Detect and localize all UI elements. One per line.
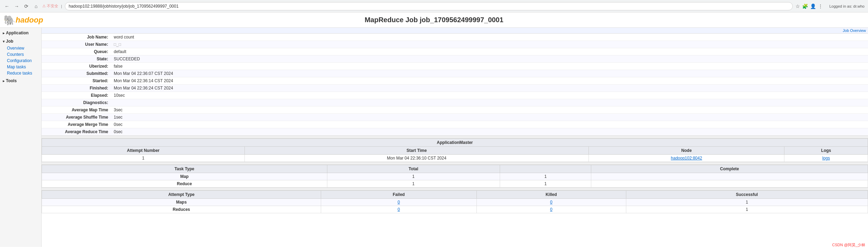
attempt-number: 1 bbox=[42, 155, 245, 162]
field-value: false bbox=[111, 63, 868, 70]
table-row: Map 1 1 bbox=[42, 173, 868, 180]
field-label: Started: bbox=[42, 77, 111, 85]
reduces-failed[interactable]: 0 bbox=[321, 206, 476, 213]
node-link[interactable]: hadoop102:8042 bbox=[588, 155, 784, 162]
reduces-successful: 1 bbox=[626, 206, 868, 213]
content-area: Job Overview Job Name: word count User N… bbox=[42, 28, 868, 247]
maps-killed[interactable]: 0 bbox=[476, 199, 626, 206]
col-complete: Complete bbox=[591, 165, 868, 173]
sidebar-item-reduce-tasks[interactable]: Reduce tasks bbox=[0, 70, 41, 76]
node-url[interactable]: hadoop102:8042 bbox=[671, 156, 702, 161]
field-label: Average Shuffle Time bbox=[42, 114, 111, 121]
field-value: 0sec bbox=[111, 121, 868, 128]
bookmark-star-icon[interactable]: ☆ bbox=[796, 3, 800, 9]
field-value: 1sec bbox=[111, 114, 868, 121]
field-label: Average Map Time bbox=[42, 106, 111, 114]
map-complete bbox=[591, 173, 868, 180]
table-row: 1 Mon Mar 04 22:36:10 CST 2024 hadoop102… bbox=[42, 155, 868, 162]
job-info-table: Job Name: word count User Name: □_□ Queu… bbox=[42, 34, 868, 136]
sidebar-item-counters[interactable]: Counters bbox=[0, 51, 41, 58]
watermark: CSDN @阿昊_少林 bbox=[832, 242, 865, 247]
table-row: Diagnostics: bbox=[42, 99, 868, 106]
maps-killed-link[interactable]: 0 bbox=[550, 200, 552, 205]
maps-failed[interactable]: 0 bbox=[321, 199, 476, 206]
field-label: Submitted: bbox=[42, 70, 111, 77]
table-row: Reduce 1 1 bbox=[42, 180, 868, 188]
field-label: User Name: bbox=[42, 41, 111, 48]
settings-icon[interactable]: ⋮ bbox=[818, 3, 823, 9]
col-logs: Logs bbox=[784, 147, 868, 155]
col-node: Node bbox=[588, 147, 784, 155]
maps-failed-link[interactable]: 0 bbox=[397, 200, 400, 205]
hadoop-logo-text: hadoop bbox=[16, 16, 43, 25]
field-value: SUCCEEDED bbox=[111, 55, 868, 63]
sidebar-application-section: ▸ Application bbox=[0, 29, 41, 37]
field-value: word count bbox=[111, 34, 868, 41]
table-row: Average Shuffle Time 1sec bbox=[42, 114, 868, 121]
sidebar-job-label: Job bbox=[6, 39, 13, 44]
app-master-title: ApplicationMaster bbox=[42, 139, 868, 147]
separator2 bbox=[42, 162, 868, 165]
sidebar-item-configuration[interactable]: Configuration bbox=[0, 58, 41, 64]
table-row: Elapsed: 10sec bbox=[42, 92, 868, 99]
field-label: Diagnostics: bbox=[42, 99, 111, 106]
sidebar-application-header[interactable]: ▸ Application bbox=[0, 29, 41, 37]
sidebar: ▸ Application ▾ Job Overview Counters Co… bbox=[0, 28, 42, 247]
reload-button[interactable]: ⟳ bbox=[23, 3, 30, 10]
col-failed: Failed bbox=[321, 191, 476, 199]
logs-url[interactable]: logs bbox=[822, 156, 830, 161]
job-overview-label: Job Overview bbox=[42, 28, 868, 34]
url-bar[interactable] bbox=[65, 2, 793, 10]
forward-button[interactable]: → bbox=[13, 3, 20, 10]
reduces-killed[interactable]: 0 bbox=[476, 206, 626, 213]
logs-link[interactable]: logs bbox=[784, 155, 868, 162]
account-icon[interactable]: 👤 bbox=[810, 3, 816, 9]
sidebar-item-map-tasks[interactable]: Map tasks bbox=[0, 64, 41, 70]
col-successful: Successful bbox=[626, 191, 868, 199]
separator3 bbox=[42, 188, 868, 190]
attempt-reduces: Reduces bbox=[42, 206, 321, 213]
table-row: ApplicationMaster bbox=[42, 139, 868, 147]
sidebar-tools-label: Tools bbox=[6, 78, 17, 83]
table-row: Average Merge Time 0sec bbox=[42, 121, 868, 128]
field-value: 3sec bbox=[111, 106, 868, 114]
browser-action-icons: ☆ 🧩 👤 ⋮ bbox=[796, 3, 823, 9]
reduce-total: 1 bbox=[327, 180, 500, 188]
extension-icon[interactable]: 🧩 bbox=[802, 3, 808, 9]
reduces-killed-link[interactable]: 0 bbox=[550, 207, 552, 212]
application-master-table: ApplicationMaster Attempt Number Start T… bbox=[42, 138, 868, 162]
home-button[interactable]: ⌂ bbox=[33, 3, 40, 10]
main-container: ▸ Application ▾ Job Overview Counters Co… bbox=[0, 28, 868, 247]
table-row: Maps 0 0 1 bbox=[42, 199, 868, 206]
field-label: Average Merge Time bbox=[42, 121, 111, 128]
table-row: Started: Mon Mar 04 22:36:14 CST 2024 bbox=[42, 77, 868, 85]
task-type-map: Map bbox=[42, 173, 327, 180]
job-arrow-icon: ▾ bbox=[3, 40, 5, 43]
table-row: Finished: Mon Mar 04 22:36:24 CST 2024 bbox=[42, 85, 868, 92]
sidebar-tools-header[interactable]: ▸ Tools bbox=[0, 77, 41, 85]
reduce-col3: 1 bbox=[500, 180, 591, 188]
table-row: User Name: □_□ bbox=[42, 41, 868, 48]
browser-chrome: ← → ⟳ ⌂ ⚠ 不安全 | ☆ 🧩 👤 ⋮ Logged in as: dr… bbox=[0, 0, 868, 12]
table-row: Submitted: Mon Mar 04 22:36:07 CST 2024 bbox=[42, 70, 868, 77]
map-col3: 1 bbox=[500, 173, 591, 180]
sidebar-job-header[interactable]: ▾ Job bbox=[0, 37, 41, 45]
col-total: Total bbox=[327, 165, 500, 173]
table-row: State: SUCCEEDED bbox=[42, 55, 868, 63]
application-arrow-icon: ▸ bbox=[3, 31, 5, 35]
page-header: 🐘 hadoop MapReduce Job job_1709562499997… bbox=[0, 12, 868, 28]
back-button[interactable]: ← bbox=[3, 3, 10, 10]
field-value: Mon Mar 04 22:36:07 CST 2024 bbox=[111, 70, 868, 77]
start-time: Mon Mar 04 22:36:10 CST 2024 bbox=[245, 155, 589, 162]
reduces-failed-link[interactable]: 0 bbox=[397, 207, 400, 212]
attempt-maps: Maps bbox=[42, 199, 321, 206]
field-label: Finished: bbox=[42, 85, 111, 92]
elephant-icon: 🐘 bbox=[3, 14, 16, 26]
sidebar-item-overview[interactable]: Overview bbox=[0, 45, 41, 51]
field-label: Job Name: bbox=[42, 34, 111, 41]
url-separator: | bbox=[61, 4, 62, 8]
field-value: □_□ bbox=[111, 41, 868, 48]
field-value: 0sec bbox=[111, 128, 868, 136]
field-value bbox=[111, 99, 868, 106]
field-value: Mon Mar 04 22:36:14 CST 2024 bbox=[111, 77, 868, 85]
